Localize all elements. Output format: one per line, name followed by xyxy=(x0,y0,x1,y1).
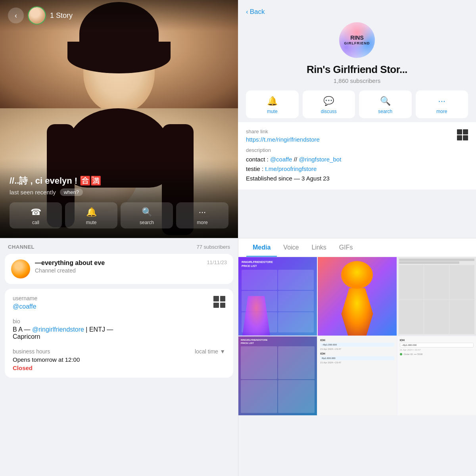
channel-post[interactable]: —everything about eve Channel created 11… xyxy=(5,254,233,284)
search-icon: 🔍 xyxy=(142,207,152,217)
post-avatar xyxy=(11,259,30,278)
description-label: description xyxy=(246,147,468,153)
back-link[interactable]: ‹ Back xyxy=(246,8,468,16)
share-link-url[interactable]: https://t.me/ringirlfriendstore xyxy=(246,136,320,143)
channel-mute-button[interactable]: 🔔 mute xyxy=(246,90,299,118)
thumb4-title: RINGIRLFRIENDSTOREPRICE LIST xyxy=(241,339,315,345)
username-value[interactable]: @coaffe xyxy=(13,303,36,310)
thumb4-cell xyxy=(278,380,315,413)
call-button[interactable]: ☎ call xyxy=(10,202,62,228)
description-contact: contact : @coaffe // @ringfstore_bot xyxy=(246,155,468,164)
tab-links[interactable]: Links xyxy=(305,238,332,257)
story-header: ‹ 1 Story xyxy=(0,0,238,31)
qr-cell xyxy=(463,135,468,140)
channel-avatar-container: RINS GIRLFRIEND xyxy=(246,22,468,58)
closed-status: Closed xyxy=(13,365,225,371)
thumb5-date2: 21 Apr 2024 • 23:47 xyxy=(320,361,394,364)
qr-cell xyxy=(213,303,219,308)
thumb3-cell xyxy=(399,300,424,334)
thumb4-cell xyxy=(278,346,315,379)
bio-section: bio B A — @ringirlfriendstore | ENTJ —Ca… xyxy=(13,318,225,340)
thumb3-cell xyxy=(449,265,474,299)
profile-info-overlay: //..詩 , ci evelyn ! 🈴🈵 last seen recentl… xyxy=(0,167,238,238)
thumb5-line1: –Rp1.000.000 xyxy=(320,343,394,347)
thumb1-cell xyxy=(242,270,277,290)
qr-cell xyxy=(463,129,468,134)
thumb6-header: IOH xyxy=(400,339,474,342)
channel-avatar-inner: RINS GIRLFRIEND xyxy=(339,22,375,58)
mute-label: mute xyxy=(267,109,278,114)
bio-label: bio xyxy=(13,318,225,324)
thumb1-cell xyxy=(278,270,314,290)
channel-header: ‹ Back RINS GIRLFRIEND Rin's Girlfriend … xyxy=(238,0,476,118)
media-thumb-3[interactable] xyxy=(397,257,476,336)
share-link-label: share link xyxy=(246,129,320,134)
char-body xyxy=(337,288,377,336)
description-testie: testie : t.me/proofringfstore xyxy=(246,164,468,174)
username-label: username xyxy=(13,295,37,301)
media-thumb-2[interactable] xyxy=(318,257,396,336)
channel-actions: 🔔 mute 💬 discuss 🔍 search ··· more xyxy=(246,90,468,118)
channel-subscribers: 1,860 subscribers xyxy=(246,77,468,84)
thumb5-header: IOH xyxy=(320,339,394,342)
media-panel: Media Voice Links GIFs RINGIRLFRIENDSTOR… xyxy=(238,238,476,476)
thumb4-cell xyxy=(241,346,277,379)
thumb6-status: Order ID: ••• 5508 xyxy=(400,353,474,355)
contact-link1[interactable]: @coaffe xyxy=(270,156,292,163)
thumb4-content: RINGIRLFRIENDSTOREPRICE LIST xyxy=(238,336,317,415)
channel-info-panel: ‹ Back RINS GIRLFRIEND Rin's Girlfriend … xyxy=(238,0,476,238)
bio-store-link[interactable]: @ringirlfriendstore xyxy=(32,326,84,333)
media-thumb-6[interactable]: IOH –Rp1.000.000 21 Apr 2024 • 23:47 Ord… xyxy=(397,336,476,415)
channel-discuss-button[interactable]: 💬 discuss xyxy=(303,90,355,118)
mute-button[interactable]: 🔔 mute xyxy=(65,202,117,228)
thumb5-line2: Rp1.000.000 xyxy=(320,356,394,360)
channel-search-button[interactable]: 🔍 search xyxy=(359,90,412,118)
more-button[interactable]: ··· more xyxy=(176,202,228,228)
thumb3-cell xyxy=(399,265,424,299)
search-label: search xyxy=(378,109,392,114)
qr-cell xyxy=(457,129,462,134)
thumb3-grid xyxy=(399,265,474,334)
tab-voice[interactable]: Voice xyxy=(277,238,305,257)
channel-bar: CHANNEL 77 subscribers xyxy=(0,238,238,254)
thumb5-date1: 21 Apr 2024 • 23:47 xyxy=(320,348,394,350)
username-qr-icon[interactable] xyxy=(213,296,225,308)
media-thumb-1[interactable]: RINGIRLFRIENDSTOREPRICE LIST xyxy=(238,257,317,336)
story-avatar[interactable] xyxy=(28,6,46,25)
thumb3-cell xyxy=(424,300,449,334)
contact-link2[interactable]: @ringfstore_bot xyxy=(299,156,341,163)
back-label: Back xyxy=(250,8,265,16)
profile-panel: ‹ 1 Story //..詩 , ci evelyn ! 🈴🈵 last se… xyxy=(0,0,238,238)
tab-media[interactable]: Media xyxy=(246,238,277,257)
search-label: search xyxy=(140,220,154,225)
media-thumb-4[interactable]: RINGIRLFRIENDSTOREPRICE LIST xyxy=(238,336,317,415)
thumb1-cell xyxy=(278,291,314,311)
post-date: 11/11/23 xyxy=(207,259,227,265)
username-section: username @coaffe xyxy=(13,295,225,310)
search-button[interactable]: 🔍 search xyxy=(121,202,173,228)
when-badge[interactable]: when? xyxy=(60,188,83,196)
post-avatar-inner xyxy=(11,259,30,278)
channel-bar-label: CHANNEL xyxy=(8,244,35,250)
qr-icon[interactable] xyxy=(457,129,468,140)
thumb2-bg xyxy=(318,257,396,336)
business-right: local time ▼ xyxy=(195,348,225,355)
testie-link[interactable]: t.me/proofringfstore xyxy=(265,165,317,172)
media-thumb-5[interactable]: IOH –Rp1.000.000 21 Apr 2024 • 23:47 IOH… xyxy=(318,336,396,415)
description-established: Established since — 3 Agust 23 xyxy=(246,174,468,183)
thumb3-cell xyxy=(424,265,449,299)
bio-value: B A — @ringirlfriendstore | ENTJ —Capric… xyxy=(13,326,225,340)
thumb6-order: Order ID: ••• 5508 xyxy=(404,353,423,355)
share-link-inner: share link https://t.me/ringirlfriendsto… xyxy=(246,129,468,183)
share-link-card: share link https://t.me/ringirlfriendsto… xyxy=(238,122,476,190)
bell-icon: 🔔 xyxy=(267,96,278,106)
thumb4-cell xyxy=(241,380,277,413)
thumb5-header2: IOH xyxy=(320,352,394,355)
back-button[interactable]: ‹ xyxy=(8,8,24,23)
tab-gifs[interactable]: GIFs xyxy=(333,238,359,257)
local-time-label: local time xyxy=(195,348,218,355)
channel-more-button[interactable]: ··· more xyxy=(416,90,468,118)
thumb3-cell xyxy=(449,300,474,334)
chevron-left-icon: ‹ xyxy=(246,8,248,16)
media-tabs-bar: Media Voice Links GIFs xyxy=(238,238,476,257)
